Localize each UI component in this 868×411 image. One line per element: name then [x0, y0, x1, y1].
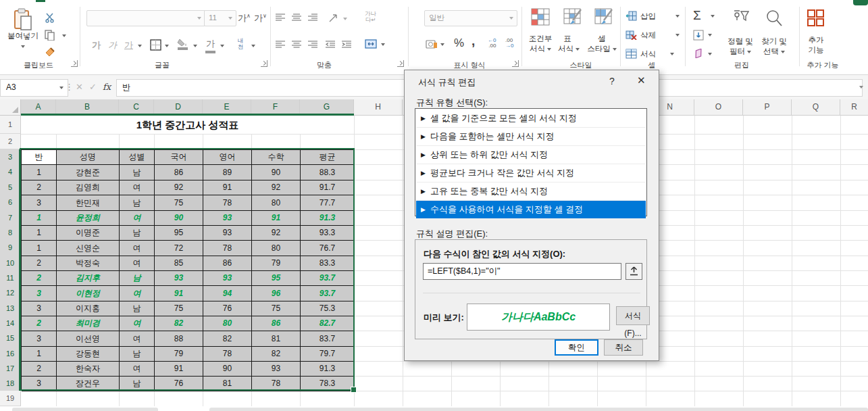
underline-caret-icon[interactable]: [138, 45, 142, 47]
bold-button[interactable]: 가: [92, 39, 101, 51]
accounting-format-button[interactable]: [426, 39, 438, 49]
table-cell[interactable]: 2: [22, 271, 57, 286]
table-cell[interactable]: 남: [120, 165, 155, 180]
font-name-combo[interactable]: [86, 10, 205, 26]
table-cell[interactable]: 78: [203, 241, 252, 256]
table-cell[interactable]: 3: [22, 286, 57, 301]
row-header-17[interactable]: 17: [0, 361, 21, 376]
row-header-19[interactable]: 19: [0, 391, 21, 406]
table-cell[interactable]: 95: [252, 271, 301, 286]
table-cell[interactable]: 80: [252, 241, 301, 256]
row-header-16[interactable]: 16: [0, 346, 21, 361]
format-cells-label[interactable]: 서식: [640, 49, 656, 59]
active-cell-A3[interactable]: 반: [22, 150, 57, 165]
column-header-H[interactable]: H: [354, 99, 403, 116]
table-cell[interactable]: 3: [22, 195, 57, 211]
delete-cells-button[interactable]: [626, 30, 637, 40]
table-cell[interactable]: 81: [203, 377, 252, 391]
column-header-Q[interactable]: Q: [792, 99, 840, 116]
row-header-12[interactable]: 12: [0, 285, 21, 301]
enter-entry-icon[interactable]: ✓: [89, 82, 97, 92]
table-header-cell[interactable]: 성명: [57, 150, 120, 165]
table-cell[interactable]: 96: [252, 286, 301, 301]
table-cell[interactable]: 94: [203, 286, 252, 301]
table-cell[interactable]: 82: [252, 347, 301, 362]
table-cell[interactable]: 2: [22, 362, 57, 377]
table-cell[interactable]: 김지후: [57, 271, 120, 286]
table-cell[interactable]: 신영순: [57, 241, 120, 256]
table-cell[interactable]: 80: [203, 316, 252, 331]
table-cell[interactable]: 이명준: [57, 226, 120, 241]
table-cell[interactable]: 90: [252, 165, 301, 180]
table-cell[interactable]: 91: [203, 180, 252, 195]
table-cell[interactable]: 여: [120, 286, 155, 301]
table-cell[interactable]: 한숙자: [57, 362, 120, 377]
table-cell[interactable]: 93: [252, 362, 301, 377]
name-box[interactable]: A3: [0, 79, 68, 97]
table-cell[interactable]: 박정숙: [57, 256, 120, 271]
rule-type-item-1[interactable]: ▶셀 값을 기준으로 모든 셀의 서식 지정: [416, 110, 646, 128]
table-cell[interactable]: 75.3: [301, 301, 355, 316]
phonetic-guide-button[interactable]: 내천: [238, 38, 244, 50]
phonetic-caret-icon[interactable]: [251, 45, 255, 47]
borders-caret-icon[interactable]: [165, 45, 169, 47]
orientation-button[interactable]: [328, 12, 339, 23]
table-cell[interactable]: 한민재: [57, 195, 120, 211]
format-cells-caret-icon[interactable]: [670, 53, 674, 55]
table-cell[interactable]: 1: [22, 226, 57, 241]
number-dialog-launcher[interactable]: [512, 60, 519, 67]
table-cell[interactable]: 3: [22, 377, 57, 391]
table-cell[interactable]: 77.7: [301, 195, 355, 211]
table-cell[interactable]: 92: [155, 180, 203, 195]
table-cell[interactable]: 1: [22, 211, 57, 226]
row-header-7[interactable]: 7: [0, 210, 21, 225]
row-header-2[interactable]: 2: [0, 134, 21, 149]
table-cell[interactable]: 95: [155, 226, 203, 241]
table-cell[interactable]: 83.3: [301, 256, 355, 271]
decrease-indent-button[interactable]: [326, 41, 335, 48]
column-header-P[interactable]: P: [743, 99, 792, 116]
table-cell[interactable]: 78: [203, 347, 252, 362]
row-header-3[interactable]: 3: [0, 149, 21, 164]
merge-center-button[interactable]: [365, 39, 377, 49]
italic-button[interactable]: 가: [108, 39, 117, 51]
table-cell[interactable]: 91.3: [301, 362, 355, 377]
table-cell[interactable]: 82.7: [301, 316, 355, 331]
row-header-13[interactable]: 13: [0, 301, 21, 316]
rule-type-item-5[interactable]: ▶고유 또는 중복 값만 서식 지정: [416, 183, 646, 201]
table-cell[interactable]: 85: [155, 256, 203, 271]
align-right-button[interactable]: [308, 41, 317, 48]
shrink-font-button[interactable]: 가∨: [254, 12, 267, 24]
insert-function-icon[interactable]: fx: [103, 82, 111, 92]
table-cell[interactable]: 86: [252, 316, 301, 331]
accounting-caret-icon[interactable]: [440, 43, 444, 46]
format-cells-button[interactable]: [626, 49, 637, 59]
addins-button-label[interactable]: 추가기능: [805, 35, 827, 55]
table-cell[interactable]: 79: [252, 256, 301, 271]
table-cell[interactable]: 90: [203, 362, 252, 377]
table-cell[interactable]: 92: [252, 180, 301, 195]
table-cell[interactable]: 장건우: [57, 377, 120, 391]
table-cell[interactable]: 여: [120, 331, 155, 347]
table-cell[interactable]: 76: [203, 301, 252, 316]
decrease-decimal-button[interactable]: .00→0: [505, 38, 513, 49]
row-header-11[interactable]: 11: [0, 270, 21, 285]
wrap-text-button[interactable]: 가나다↵: [365, 11, 376, 23]
row-header-1[interactable]: 1: [0, 116, 21, 134]
table-cell[interactable]: 남: [120, 347, 155, 362]
cancel-entry-icon[interactable]: ✕: [76, 82, 83, 92]
table-cell[interactable]: 93: [203, 211, 252, 226]
format-button[interactable]: 서식(F)...: [616, 306, 650, 325]
table-cell[interactable]: 88.3: [301, 165, 355, 180]
table-cell[interactable]: 이선영: [57, 331, 120, 347]
table-cell[interactable]: 78.3: [301, 377, 355, 391]
cell-styles-button[interactable]: [594, 8, 613, 26]
conditional-formatting-label[interactable]: 조건부서식: [521, 34, 559, 54]
merge-caret-icon[interactable]: [381, 43, 385, 46]
sheet-title-cell[interactable]: 1학년 중간고사 성적표: [21, 116, 354, 134]
align-bottom-button[interactable]: [308, 14, 317, 21]
table-cell[interactable]: 93: [203, 271, 252, 286]
column-header-R[interactable]: R: [840, 99, 868, 116]
table-cell[interactable]: 76.7: [301, 241, 355, 256]
table-cell[interactable]: 남: [120, 226, 155, 241]
